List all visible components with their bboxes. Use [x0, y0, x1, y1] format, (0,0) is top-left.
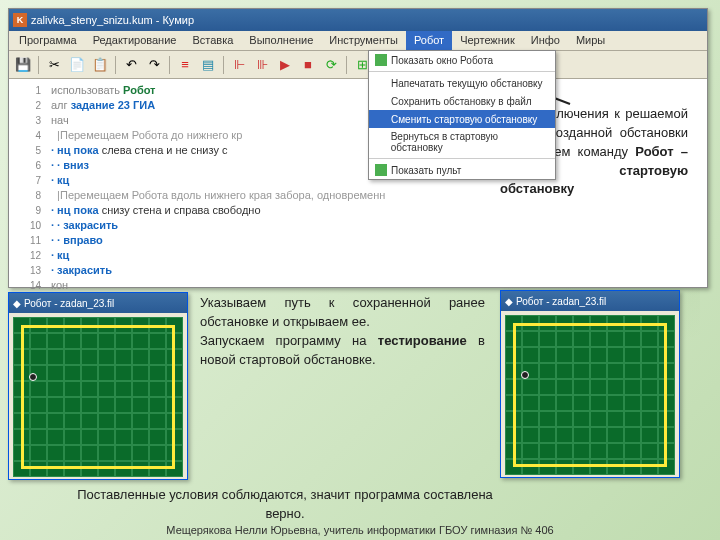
separator — [169, 56, 170, 74]
menu-edit[interactable]: Редактирование — [85, 31, 185, 50]
grid-cell — [573, 443, 590, 459]
step-icon[interactable]: ⊩ — [229, 55, 249, 75]
grid-cell — [641, 459, 658, 475]
robot-field-window-1: ◆ Робот - zadan_23.fil — [8, 292, 188, 480]
grid-cell — [115, 413, 132, 429]
menu-robot[interactable]: Робот — [406, 31, 452, 50]
wall — [513, 464, 667, 467]
grid-cell — [30, 445, 47, 461]
grid-cell — [607, 331, 624, 347]
grid-cell — [64, 461, 81, 477]
robot-titlebar[interactable]: ◆ Робот - zadan_23.fil — [9, 293, 187, 313]
dd-show-remote[interactable]: Показать пульт — [369, 161, 555, 179]
grid-cell — [641, 395, 658, 411]
refresh-icon[interactable]: ⟳ — [321, 55, 341, 75]
code-text: кон — [51, 278, 68, 293]
grid-cell — [607, 395, 624, 411]
grid-cell — [81, 333, 98, 349]
grid-cell — [573, 363, 590, 379]
grid-cell — [590, 411, 607, 427]
dd-return-start[interactable]: Вернуться в стартовую обстановку — [369, 128, 555, 156]
grid-cell — [30, 413, 47, 429]
titlebar[interactable]: K zalivka_steny_snizu.kum - Кумир — [9, 9, 707, 31]
dd-print[interactable]: Напечатать текущую обстановку — [369, 74, 555, 92]
grid-icon — [375, 164, 387, 176]
grid-cell — [556, 427, 573, 443]
grid-icon — [375, 54, 387, 66]
grid-cell — [556, 363, 573, 379]
robot-menu-dropdown: Показать окно Робота Напечатать текущую … — [368, 50, 556, 180]
menu-info[interactable]: Инфо — [523, 31, 568, 50]
grid-cell — [64, 381, 81, 397]
grid-cell — [149, 429, 166, 445]
window-title: zalivka_steny_snizu.kum - Кумир — [31, 14, 194, 26]
grid-cell — [556, 443, 573, 459]
code-line[interactable]: 12· кц — [17, 248, 699, 263]
grid-cell — [590, 427, 607, 443]
separator — [369, 71, 555, 72]
robot-window-title: Робот - zadan_23.fil — [516, 296, 606, 307]
dd-label: Напечатать текущую обстановку — [391, 78, 543, 89]
save-icon[interactable]: 💾 — [13, 55, 33, 75]
code-line[interactable]: 13· закрасить — [17, 263, 699, 278]
dd-show-window[interactable]: Показать окно Робота — [369, 51, 555, 69]
indent-icon[interactable]: ▤ — [198, 55, 218, 75]
grid-cell — [115, 365, 132, 381]
line-number: 2 — [17, 98, 41, 113]
format-icon[interactable]: ≡ — [175, 55, 195, 75]
stop-icon[interactable]: ■ — [298, 55, 318, 75]
grid-cell — [641, 363, 658, 379]
grid-cell — [539, 395, 556, 411]
grid-cell — [607, 363, 624, 379]
menu-tools[interactable]: Инструменты — [321, 31, 406, 50]
menu-worlds[interactable]: Миры — [568, 31, 613, 50]
blank-icon — [375, 77, 387, 89]
grid-cell — [64, 445, 81, 461]
grid-cell — [624, 411, 641, 427]
step-over-icon[interactable]: ⊪ — [252, 55, 272, 75]
redo-icon[interactable]: ↷ — [144, 55, 164, 75]
line-number: 13 — [17, 263, 41, 278]
dd-change-start[interactable]: Сменить стартовую обстановку — [369, 110, 555, 128]
instruction-text-3: Поставленные условия соблюдаются, значит… — [60, 486, 510, 524]
robot-grid[interactable] — [505, 315, 675, 475]
cut-icon[interactable]: ✂ — [44, 55, 64, 75]
code-line[interactable]: 9· нц пока снизу стена и справа свободно — [17, 203, 699, 218]
code-line[interactable]: 11· · вправо — [17, 233, 699, 248]
menu-drawer[interactable]: Чертежник — [452, 31, 523, 50]
grid-cell — [590, 331, 607, 347]
grid-cell — [539, 363, 556, 379]
copy-icon[interactable]: 📄 — [67, 55, 87, 75]
code-line[interactable]: 1использовать Робот — [17, 83, 699, 98]
code-line[interactable]: 10· · закрасить — [17, 218, 699, 233]
robot-titlebar[interactable]: ◆ Робот - zadan_23.fil — [501, 291, 679, 311]
grid-cell — [98, 381, 115, 397]
grid-cell — [47, 333, 64, 349]
grid-cell — [98, 413, 115, 429]
line-number: 9 — [17, 203, 41, 218]
grid-cell — [115, 333, 132, 349]
grid-cell — [573, 331, 590, 347]
grid-cell — [607, 411, 624, 427]
run-icon[interactable]: ▶ — [275, 55, 295, 75]
grid-cell — [132, 333, 149, 349]
robot-window-title: Робот - zadan_23.fil — [24, 298, 114, 309]
dd-save[interactable]: Сохранить обстановку в файл — [369, 92, 555, 110]
wall — [172, 325, 175, 469]
grid-cell — [556, 331, 573, 347]
grid-cell — [607, 459, 624, 475]
grid-cell — [539, 459, 556, 475]
grid-cell — [98, 461, 115, 477]
grid-cell — [115, 429, 132, 445]
menu-program[interactable]: Программа — [11, 31, 85, 50]
grid-cell — [607, 347, 624, 363]
undo-icon[interactable]: ↶ — [121, 55, 141, 75]
menu-insert[interactable]: Вставка — [184, 31, 241, 50]
toolbar: 💾 ✂ 📄 📋 ↶ ↷ ≡ ▤ ⊩ ⊪ ▶ ■ ⟳ ⊞ Показать окн… — [9, 51, 707, 79]
paste-icon[interactable]: 📋 — [90, 55, 110, 75]
robot-grid[interactable] — [13, 317, 183, 477]
grid-cell — [149, 333, 166, 349]
menu-run[interactable]: Выполнение — [241, 31, 321, 50]
grid-cell — [132, 349, 149, 365]
grid-cell — [30, 349, 47, 365]
